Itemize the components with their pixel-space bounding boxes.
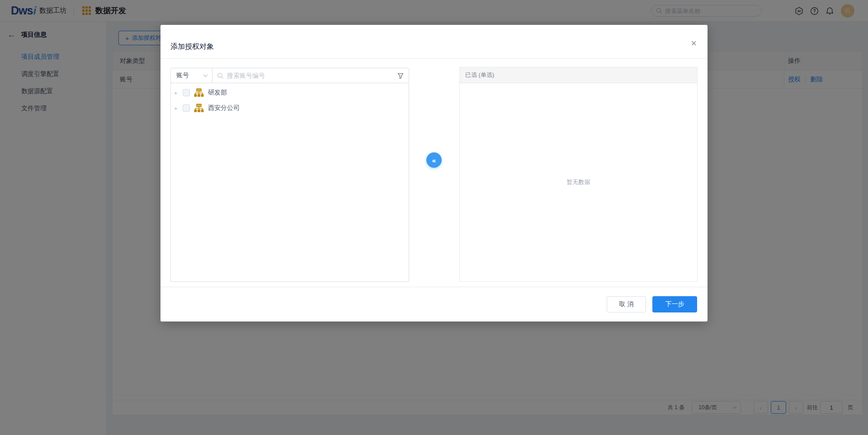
cancel-button[interactable]: 取 消 <box>607 296 646 312</box>
transfer-left-button[interactable]: « <box>426 152 442 168</box>
org-chart-icon <box>194 104 204 113</box>
org-chart-icon <box>194 88 204 97</box>
tree-node-rnd-dept[interactable]: ▸ 研发部 <box>171 85 409 100</box>
object-type-value: 账号 <box>176 71 189 80</box>
object-type-select[interactable]: 账号 <box>170 68 212 83</box>
account-search-box[interactable] <box>212 68 409 83</box>
tree-node-label: 西安分公司 <box>208 104 240 112</box>
modal-title: 添加授权对象 <box>170 42 214 52</box>
next-step-button[interactable]: 下一步 <box>652 296 697 312</box>
filter-funnel-icon[interactable] <box>397 73 404 79</box>
selected-panel-header: 已选 (单选) <box>460 67 697 83</box>
tree-checkbox[interactable] <box>183 104 190 112</box>
organization-tree: ▸ 研发部 ▸ 西安分公司 <box>170 83 409 282</box>
empty-state-text: 暂无数据 <box>567 178 590 186</box>
double-chevron-left-icon: « <box>432 156 436 164</box>
chevron-down-icon <box>203 74 208 77</box>
add-authorization-modal: 添加授权对象 × 账号 ▸ 研发部 ▸ <box>160 25 708 322</box>
selected-panel-body: 暂无数据 <box>460 83 697 281</box>
expand-caret-icon[interactable]: ▸ <box>175 105 183 111</box>
account-search-input[interactable] <box>227 72 393 79</box>
expand-caret-icon[interactable]: ▸ <box>175 90 183 96</box>
tree-node-label: 研发部 <box>208 89 227 97</box>
modal-footer: 取 消 下一步 <box>160 287 708 322</box>
search-icon <box>217 72 224 79</box>
tree-node-xian-branch[interactable]: ▸ 西安分公司 <box>171 100 409 116</box>
close-icon[interactable]: × <box>691 38 697 48</box>
selected-panel: 已选 (单选) 暂无数据 <box>459 67 698 282</box>
tree-checkbox[interactable] <box>183 89 190 96</box>
modal-header-divider <box>160 58 708 59</box>
app-window: Dws i 数据工坊 数据开发 AI ? 租 <box>0 0 868 435</box>
